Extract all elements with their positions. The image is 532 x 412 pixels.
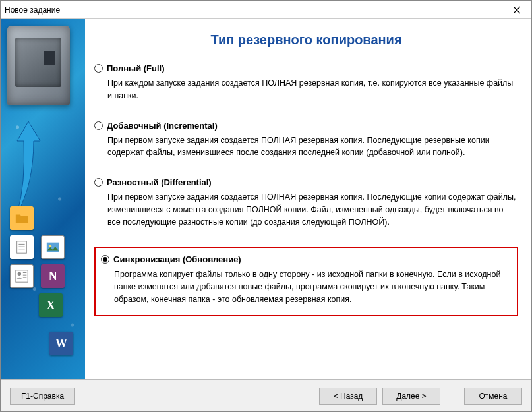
next-button[interactable]: Далее >: [382, 388, 440, 405]
excel-icon: X: [39, 293, 63, 317]
svg-rect-6: [16, 270, 28, 282]
close-icon: [513, 6, 521, 14]
radio-differential[interactable]: [94, 178, 103, 187]
document-icon: [10, 235, 34, 259]
word-letter: W: [55, 337, 67, 351]
button-bar: F1-Справка < Назад Далее > Отмена: [1, 379, 531, 412]
svg-point-7: [18, 272, 21, 276]
contact-icon: [10, 264, 34, 288]
page-heading: Тип резервного копирования: [94, 32, 518, 47]
main-area: N X W Тип резервного копирования Полный …: [1, 19, 531, 379]
onenote-icon: N: [41, 264, 65, 288]
svg-rect-0: [17, 241, 27, 253]
excel-letter: X: [47, 299, 55, 312]
word-icon: W: [49, 332, 73, 355]
svg-point-5: [49, 245, 52, 247]
option-incremental[interactable]: Добавочный (Incremental) При первом запу…: [94, 121, 518, 160]
cancel-button[interactable]: Отмена: [464, 388, 522, 405]
folder-icon: [10, 206, 34, 230]
titlebar: Новое задание: [1, 1, 531, 19]
close-button[interactable]: [502, 1, 531, 19]
option-sync-desc: Программа копирует файлы только в одну с…: [114, 268, 512, 305]
option-sync[interactable]: Синхронизация (Обновление) Программа коп…: [94, 247, 518, 316]
option-differential-title: Разностный (Differential): [107, 177, 212, 187]
back-button[interactable]: < Назад: [319, 388, 377, 405]
option-full-title: Полный (Full): [107, 63, 165, 73]
sidebar-icons: N X W: [7, 204, 80, 358]
window-title: Новое задание: [5, 5, 60, 15]
option-incremental-title: Добавочный (Incremental): [107, 121, 218, 131]
onenote-letter: N: [49, 270, 57, 283]
radio-full[interactable]: [94, 64, 103, 73]
content-panel: Тип резервного копирования Полный (Full)…: [85, 19, 531, 379]
option-differential-desc: При первом запуске задания создается ПОЛ…: [107, 191, 518, 228]
safe-icon: [7, 26, 70, 105]
sidebar: N X W: [1, 19, 85, 379]
option-full[interactable]: Полный (Full) При каждом запуске задания…: [94, 63, 518, 102]
picture-icon: [41, 235, 65, 259]
option-incremental-desc: При первом запуске задания создается ПОЛ…: [107, 134, 518, 160]
arrow-up-icon: [14, 118, 44, 217]
option-sync-title: Синхронизация (Обновление): [113, 254, 241, 264]
radio-sync[interactable]: [101, 255, 109, 264]
radio-incremental[interactable]: [94, 121, 103, 130]
option-differential[interactable]: Разностный (Differential) При первом зап…: [94, 177, 518, 228]
option-full-desc: При каждом запуске задания создается ПОЛ…: [107, 77, 518, 102]
help-button[interactable]: F1-Справка: [10, 388, 75, 405]
